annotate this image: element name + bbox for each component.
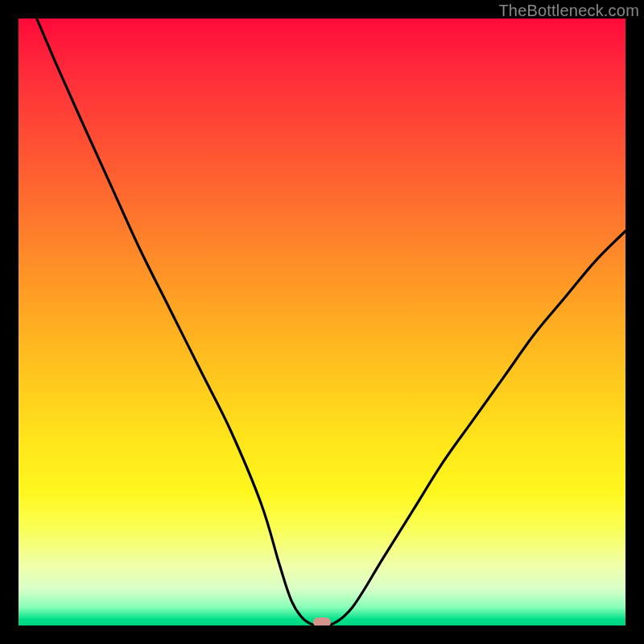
- optimum-marker: [313, 617, 331, 625]
- bottleneck-curve: [19, 19, 625, 625]
- plot-area: [19, 19, 625, 625]
- chart-frame: TheBottleneck.com: [0, 0, 644, 644]
- attribution-text: TheBottleneck.com: [498, 2, 639, 20]
